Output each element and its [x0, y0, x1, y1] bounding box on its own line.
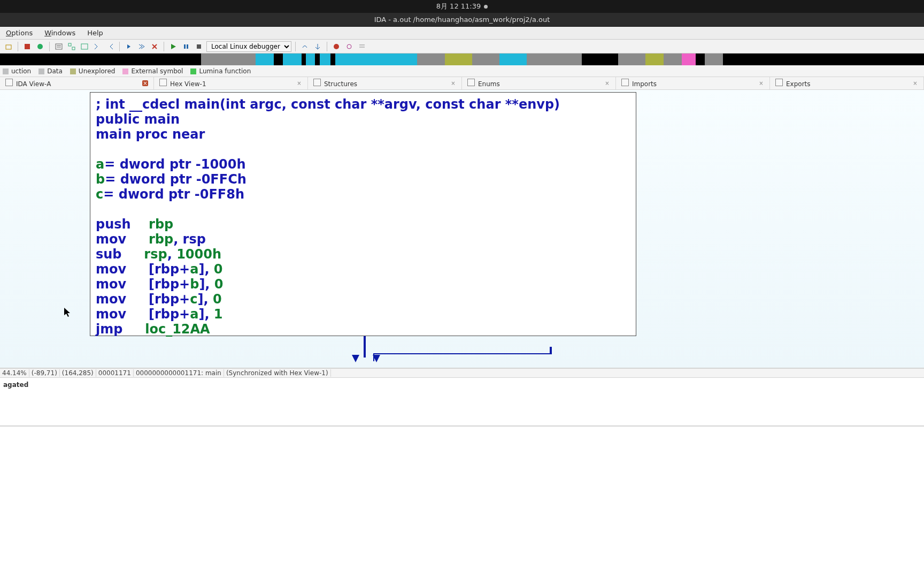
legend: uctionDataUnexploredExternal symbolLumin… — [0, 65, 924, 77]
tab-close-icon[interactable]: × — [912, 80, 918, 86]
stop-red-button[interactable] — [22, 41, 33, 52]
menu-options[interactable]: Options — [0, 29, 38, 37]
cancel-button[interactable] — [149, 41, 160, 52]
status-full: 0000000000001171: main — [134, 369, 224, 377]
debugger-select[interactable]: Local Linux debugger — [206, 41, 291, 52]
output-line: agated — [3, 381, 921, 389]
window-titlebar: IDA - a.out /home/huanghao/asm_work/proj… — [0, 13, 924, 27]
tab-label: IDA View-A — [16, 80, 51, 88]
svg-rect-12 — [197, 44, 201, 49]
svg-rect-11 — [187, 44, 188, 49]
status-cursor: (164,285) — [60, 369, 96, 377]
legend-item: Data — [38, 67, 63, 75]
status-addr: 00001171 — [96, 369, 134, 377]
svg-rect-10 — [184, 44, 186, 49]
svg-marker-9 — [171, 44, 176, 49]
mouse-cursor-icon — [64, 308, 71, 317]
text-view-button[interactable] — [53, 41, 64, 52]
xrefs-to-button[interactable] — [92, 41, 103, 52]
watch-button[interactable] — [344, 41, 355, 52]
tab-close-icon[interactable]: × — [758, 80, 764, 86]
tab-imports[interactable]: Imports× — [616, 77, 770, 89]
tab-label: Exports — [786, 80, 811, 88]
tab-close-icon[interactable]: × — [604, 80, 610, 86]
tab-icon — [313, 79, 321, 86]
tab-exports[interactable]: Exports× — [770, 77, 924, 89]
tab-ida-view-a[interactable]: IDA View-A× — [0, 77, 154, 89]
graph-edge — [364, 336, 366, 358]
debug-run-button[interactable] — [168, 41, 179, 52]
tab-icon — [775, 79, 783, 86]
svg-point-14 — [347, 44, 351, 49]
output-panel: agated — [0, 378, 924, 426]
open-file-button[interactable] — [3, 41, 14, 52]
menu-windows[interactable]: Windows — [38, 29, 81, 37]
tab-icon — [5, 79, 13, 86]
legend-item: External symbol — [122, 67, 183, 75]
overview-strip[interactable] — [0, 54, 924, 65]
tab-icon — [159, 79, 167, 86]
legend-item: Lumina function — [190, 67, 251, 75]
arrowhead-icon — [373, 355, 380, 362]
view-tabs: IDA View-A×Hex View-1×Structures×Enums×I… — [0, 77, 924, 90]
disasm-view[interactable]: ; int __cdecl main(int argc, const char … — [0, 90, 924, 368]
debug-pause-button[interactable] — [181, 41, 191, 52]
stepinto-button[interactable] — [312, 41, 323, 52]
tab-icon — [621, 79, 629, 86]
system-topbar: 8月 12 11:39 — [0, 0, 924, 13]
status-sync: (Synchronized with Hex View-1) — [224, 369, 331, 377]
status-mouse: (-89,71) — [29, 369, 60, 377]
svg-rect-0 — [6, 45, 11, 49]
graph-edge — [550, 347, 552, 354]
run-green-button[interactable] — [35, 41, 45, 52]
menubar: Options Windows Help — [0, 27, 924, 40]
svg-rect-6 — [81, 44, 88, 49]
tab-structures[interactable]: Structures× — [308, 77, 462, 89]
bottom-area — [0, 426, 924, 427]
legend-item: Unexplored — [70, 67, 116, 75]
window-title: IDA - a.out /home/huanghao/asm_work/proj… — [374, 16, 550, 24]
arrowhead-icon — [352, 355, 359, 362]
svg-rect-5 — [72, 47, 75, 50]
legend-item: uction — [3, 67, 31, 75]
tab-label: Imports — [632, 80, 657, 88]
tab-label: Hex View-1 — [170, 80, 206, 88]
tab-close-icon[interactable]: × — [450, 80, 456, 86]
clock-label: 8月 12 11:39 — [436, 2, 481, 11]
tab-hex-view-1[interactable]: Hex View-1× — [154, 77, 308, 89]
svg-rect-4 — [68, 43, 71, 46]
toolbar: Local Linux debugger — [0, 40, 924, 54]
status-line: 44.14% (-89,71) (164,285) 00001171 00000… — [0, 368, 924, 378]
tab-label: Structures — [324, 80, 357, 88]
graph-edge — [373, 353, 550, 361]
breakpoint-button[interactable] — [331, 41, 342, 52]
graph-node-main[interactable]: ; int __cdecl main(int argc, const char … — [90, 92, 636, 336]
notif-dot-icon — [484, 5, 488, 9]
trace-button[interactable] — [357, 41, 367, 52]
debug-stop-button[interactable] — [194, 41, 204, 52]
stepover-button[interactable] — [299, 41, 310, 52]
tab-enums[interactable]: Enums× — [462, 77, 616, 89]
status-zoom: 44.14% — [0, 369, 29, 377]
menu-help[interactable]: Help — [81, 29, 109, 37]
tab-icon — [467, 79, 475, 86]
step-button[interactable] — [124, 41, 134, 52]
svg-rect-1 — [56, 44, 62, 49]
tab-label: Enums — [478, 80, 500, 88]
svg-marker-17 — [64, 308, 70, 317]
disasm-code: ; int __cdecl main(int argc, const char … — [96, 97, 630, 337]
hex-view-button[interactable] — [79, 41, 90, 52]
tab-close-icon[interactable]: × — [142, 80, 148, 86]
step2-button[interactable] — [136, 41, 147, 52]
graph-view-button[interactable] — [66, 41, 77, 52]
tab-close-icon[interactable]: × — [296, 80, 302, 86]
xrefs-from-button[interactable] — [105, 41, 116, 52]
